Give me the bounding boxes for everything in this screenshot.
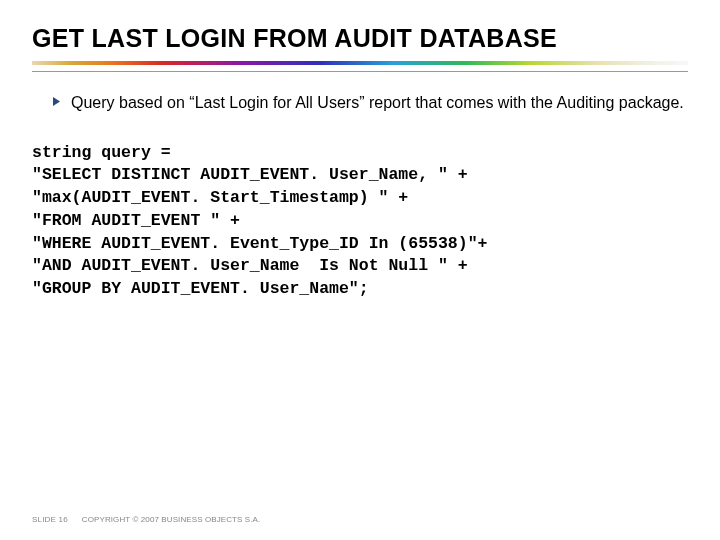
code-block: string query = "SELECT DISTINCT AUDIT_EV…: [32, 142, 688, 301]
slide-number: SLIDE 16: [32, 515, 68, 524]
slide-title: GET LAST LOGIN FROM AUDIT DATABASE: [32, 24, 688, 53]
rainbow-divider: [32, 61, 688, 65]
svg-marker-0: [53, 97, 60, 106]
thin-divider: [32, 71, 688, 72]
bullet-text: Query based on “Last Login for All Users…: [71, 92, 684, 114]
copyright-text: COPYRIGHT © 2007 BUSINESS OBJECTS S.A.: [82, 515, 261, 524]
arrow-right-icon: [52, 96, 63, 107]
bullet-item: Query based on “Last Login for All Users…: [52, 92, 688, 114]
slide-footer: SLIDE 16 COPYRIGHT © 2007 BUSINESS OBJEC…: [32, 515, 260, 524]
